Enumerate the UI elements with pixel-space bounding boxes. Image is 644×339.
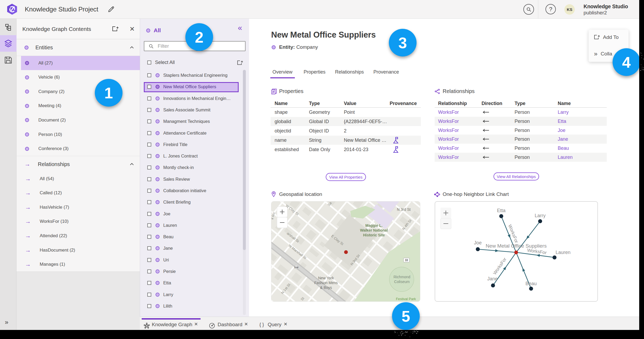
svg-text:Lauren: Lauren xyxy=(556,250,570,255)
svg-text:Richmond: Richmond xyxy=(393,275,410,279)
svg-text:N 3rd St: N 3rd St xyxy=(397,207,410,212)
svg-text:Jane: Jane xyxy=(487,276,498,281)
svg-text:Maggie L.: Maggie L. xyxy=(365,223,383,228)
svg-text:33: 33 xyxy=(405,259,408,262)
svg-text:Historic Site: Historic Site xyxy=(363,233,385,237)
svg-text:Joe: Joe xyxy=(474,240,482,245)
svg-text:Etta: Etta xyxy=(497,208,506,213)
svg-text:Coliseum: Coliseum xyxy=(394,280,410,284)
svg-text:Beau: Beau xyxy=(525,281,537,286)
svg-text:Festival Park: Festival Park xyxy=(396,297,416,301)
svg-text:Walker National: Walker National xyxy=(360,228,388,232)
svg-text:WorksFor: WorksFor xyxy=(492,257,508,276)
svg-text:New Metal Office Suppliers: New Metal Office Suppliers xyxy=(486,243,547,249)
svg-text:Larry: Larry xyxy=(535,213,545,218)
svg-text:New York: New York xyxy=(318,276,334,280)
svg-text:& Boys: & Boys xyxy=(320,285,332,290)
svg-text:Fashion Mens: Fashion Mens xyxy=(314,281,338,285)
svg-text:250: 250 xyxy=(294,266,298,269)
svg-text:WorksFor: WorksFor xyxy=(507,224,519,244)
